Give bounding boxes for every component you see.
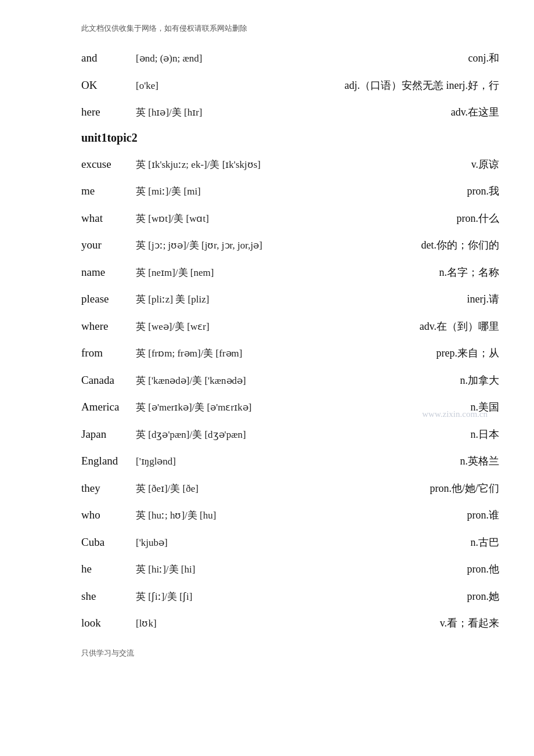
- list-item: name英 [neɪm]/美 [nem]n.名字；名称: [81, 264, 499, 281]
- phonetics: 英 [wɒt]/美 [wɑt]: [136, 211, 454, 226]
- word: your: [81, 237, 134, 254]
- definition: adv.在（到）哪里: [420, 319, 499, 334]
- section-title: unit1topic2: [81, 131, 499, 145]
- word: she: [81, 588, 134, 605]
- definition: pron.他: [467, 561, 500, 577]
- word: he: [81, 561, 134, 578]
- list-item: here英 [hɪə]/美 [hɪr]adv.在这里: [81, 104, 499, 121]
- word: who: [81, 507, 134, 524]
- phonetics: 英 [huː; hʊ]/美 [hu]: [136, 508, 465, 523]
- word: name: [81, 264, 134, 281]
- definition: prep.来自；从: [436, 345, 499, 361]
- list-item: Japan英 [dʒə'pæn]/美 [dʒə'pæn]n.日本: [81, 426, 499, 443]
- word: what: [81, 210, 134, 227]
- definition: det.你的；你们的: [421, 237, 500, 253]
- list-item: and[ənd; (ə)n; ænd]conj.和: [81, 50, 499, 67]
- word: here: [81, 104, 134, 121]
- list-item: from英 [frɒm; frəm]/美 [frəm]prep.来自；从: [81, 345, 499, 362]
- phonetics: ['kjubə]: [136, 535, 468, 550]
- word: and: [81, 50, 134, 67]
- phonetics: 英 [neɪm]/美 [nem]: [136, 265, 437, 280]
- definition: n.英格兰: [460, 453, 500, 469]
- word: please: [81, 291, 134, 308]
- list-item: OK[o'ke]adj.（口语）安然无恙 inerj.好，行: [81, 77, 499, 94]
- word: from: [81, 345, 134, 362]
- phonetics: 英 [dʒə'pæn]/美 [dʒə'pæn]: [136, 427, 468, 442]
- definition: n.加拿大: [460, 373, 500, 388]
- footer-note: 只供学习与交流: [81, 648, 499, 658]
- word: look: [81, 615, 134, 632]
- definition: pron.我: [467, 183, 500, 199]
- definition: pron.她: [467, 589, 500, 604]
- phonetics: 英 ['kænədə]/美 ['kænədə]: [136, 373, 458, 388]
- list-item: he英 [hiː]/美 [hi]pron.他: [81, 561, 499, 578]
- phonetics: 英 [hɪə]/美 [hɪr]: [136, 105, 449, 120]
- definition: n.美国: [471, 399, 500, 415]
- word: me: [81, 183, 134, 200]
- word: Canada: [81, 372, 134, 389]
- list-item: who英 [huː; hʊ]/美 [hu]pron.谁: [81, 507, 499, 524]
- list-item: excuse英 [ɪk'skjuːz; ek-]/美 [ɪk'skjʊs]v.原…: [81, 156, 499, 173]
- word: OK: [81, 77, 134, 94]
- list-item: Cuba['kjubə]n.古巴: [81, 534, 499, 551]
- phonetics: 英 [miː]/美 [mi]: [136, 184, 465, 199]
- word: Japan: [81, 426, 134, 443]
- definition: v.原谅: [471, 157, 499, 172]
- phonetics: 英 [hiː]/美 [hi]: [136, 562, 465, 577]
- word: they: [81, 480, 134, 497]
- phonetics: ['ɪŋglənd]: [136, 454, 458, 469]
- list-item: America英 [ə'merɪkə]/美 [ə'mɛrɪkə]n.美国: [81, 399, 499, 416]
- definition: n.日本: [471, 427, 500, 442]
- list-item: your英 [jɔː; jʊə]/美 [jʊr, jɔr, jor,jə]det…: [81, 237, 499, 254]
- phonetics: [ənd; (ə)n; ænd]: [136, 51, 466, 66]
- list-item: please英 [pliːz] 美 [pliz]inerj.请: [81, 291, 499, 308]
- word: America: [81, 399, 134, 416]
- phonetics: 英 [frɒm; frəm]/美 [frəm]: [136, 346, 434, 361]
- header-note: 此文档仅供收集于网络，如有侵权请联系网站删除: [81, 23, 499, 34]
- phonetics: 英 [ə'merɪkə]/美 [ə'mɛrɪkə]: [136, 400, 468, 415]
- list-item: she英 [ʃiː]/美 [ʃi]pron.她: [81, 588, 499, 605]
- definition: v.看；看起来: [440, 615, 499, 631]
- phonetics: 英 [ðeɪ]/美 [ðe]: [136, 481, 428, 496]
- definition: pron.什么: [457, 211, 500, 226]
- phonetics: 英 [jɔː; jʊə]/美 [jʊr, jɔr, jor,jə]: [136, 238, 419, 253]
- phonetics: [o'ke]: [136, 78, 342, 93]
- list-item: me英 [miː]/美 [mi]pron.我: [81, 183, 499, 200]
- definition: adv.在这里: [451, 105, 499, 120]
- definition: inerj.请: [467, 291, 500, 307]
- list-item: where英 [weə]/美 [wɛr]adv.在（到）哪里: [81, 318, 499, 335]
- phonetics: 英 [weə]/美 [wɛr]: [136, 319, 417, 334]
- phonetics: [lʊk]: [136, 616, 438, 631]
- definition: n.名字；名称: [439, 265, 500, 280]
- phonetics: 英 [ɪk'skjuːz; ek-]/美 [ɪk'skjʊs]: [136, 157, 469, 172]
- definition: conj.和: [468, 51, 500, 66]
- definition: pron.他/她/它们: [430, 481, 500, 496]
- definition: n.古巴: [471, 535, 500, 550]
- list-item: look[lʊk]v.看；看起来: [81, 615, 499, 632]
- word: Cuba: [81, 534, 134, 551]
- word: where: [81, 318, 134, 335]
- phonetics: 英 [ʃiː]/美 [ʃi]: [136, 589, 465, 604]
- word: England: [81, 453, 134, 470]
- list-item: Canada英 ['kænədə]/美 ['kænədə]n.加拿大: [81, 372, 499, 389]
- word: excuse: [81, 156, 134, 173]
- list-item: England['ɪŋglənd]n.英格兰: [81, 453, 499, 470]
- definition: adj.（口语）安然无恙 inerj.好，行: [345, 78, 499, 93]
- phonetics: 英 [pliːz] 美 [pliz]: [136, 292, 465, 307]
- list-item: they英 [ðeɪ]/美 [ðe]pron.他/她/它们: [81, 480, 499, 497]
- list-item: what英 [wɒt]/美 [wɑt]pron.什么: [81, 210, 499, 227]
- definition: pron.谁: [467, 507, 500, 523]
